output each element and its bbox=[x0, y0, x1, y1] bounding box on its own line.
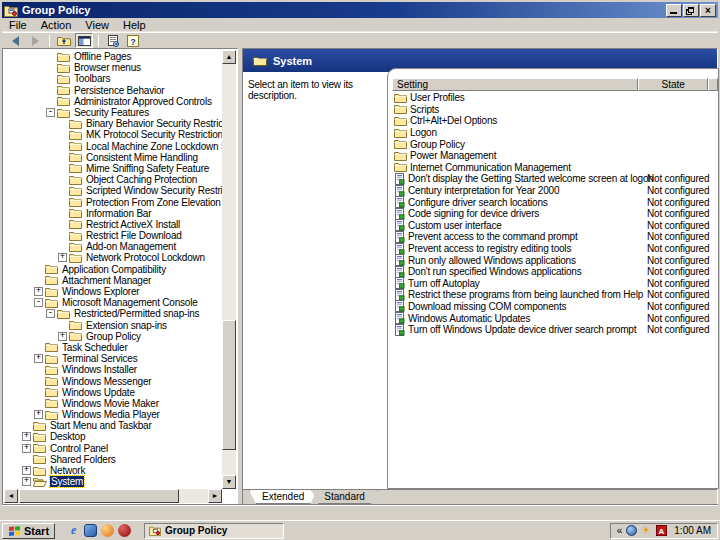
help-button[interactable]: ? bbox=[124, 33, 142, 48]
tree-item[interactable]: Start Menu and Taskbar bbox=[4, 420, 222, 431]
tree-item[interactable]: Persistence Behavior bbox=[4, 85, 222, 96]
expand-toggle-icon[interactable]: + bbox=[58, 253, 67, 262]
column-header-setting[interactable]: Setting bbox=[392, 78, 638, 91]
tree-item[interactable]: +Windows Explorer bbox=[4, 286, 222, 297]
tree-item[interactable]: Windows Movie Maker bbox=[4, 398, 222, 409]
sun-app-icon[interactable]: ☀ bbox=[640, 525, 652, 537]
tree-item[interactable]: Local Machine Zone Lockdown Security bbox=[4, 141, 222, 152]
expand-toggle-icon[interactable]: + bbox=[34, 287, 43, 296]
browser-orange-icon[interactable] bbox=[101, 524, 114, 537]
tree-item[interactable]: +Windows Media Player bbox=[4, 409, 222, 420]
expand-toggle-icon[interactable]: + bbox=[22, 432, 31, 441]
list-item[interactable]: Code signing for device driversNot confi… bbox=[389, 208, 717, 220]
media-red-icon[interactable] bbox=[118, 524, 131, 537]
tree-item[interactable]: Object Caching Protection bbox=[4, 174, 222, 185]
clock-sync-icon[interactable] bbox=[625, 525, 637, 537]
expand-toggle-icon[interactable]: + bbox=[34, 354, 43, 363]
expand-toggle-icon[interactable]: + bbox=[22, 444, 31, 453]
list-item[interactable]: Group Policy bbox=[389, 138, 717, 150]
back-button[interactable] bbox=[6, 33, 24, 48]
list-item[interactable]: Custom user interfaceNot configured bbox=[389, 220, 717, 232]
list-item[interactable]: Prevent access to registry editing tools… bbox=[389, 243, 717, 255]
tree-item[interactable]: Windows Messenger bbox=[4, 375, 222, 386]
tree-vertical-scrollbar[interactable]: ▲ ▼ bbox=[222, 50, 236, 489]
expand-toggle-icon[interactable]: + bbox=[22, 477, 31, 486]
list-item[interactable]: Don't display the Getting Started welcom… bbox=[389, 173, 717, 185]
list-item[interactable]: Century interpretation for Year 2000Not … bbox=[389, 185, 717, 197]
tree-item[interactable]: Attachment Manager bbox=[4, 275, 222, 286]
start-button[interactable]: Start bbox=[2, 523, 55, 539]
antivirus-icon[interactable]: A bbox=[655, 525, 667, 537]
expand-toggle-icon[interactable]: + bbox=[34, 410, 43, 419]
expand-toggle-icon[interactable]: + bbox=[58, 332, 67, 341]
tree-item[interactable]: +System bbox=[4, 476, 222, 487]
tree-item[interactable]: Binary Behavior Security Restriction bbox=[4, 118, 222, 129]
tree-item[interactable]: -Security Features bbox=[4, 107, 222, 118]
tree-item[interactable]: Information Bar bbox=[4, 208, 222, 219]
tree-item[interactable]: -Microsoft Management Console bbox=[4, 297, 222, 308]
tree-item[interactable]: +Network bbox=[4, 465, 222, 476]
scroll-right-arrow[interactable]: ► bbox=[208, 489, 222, 503]
list-item[interactable]: Internet Communication Management bbox=[389, 162, 717, 174]
restore-button[interactable] bbox=[683, 4, 699, 17]
list-item[interactable]: Logon bbox=[389, 127, 717, 139]
tree-item[interactable]: Consistent Mime Handling bbox=[4, 152, 222, 163]
tree-item[interactable]: +Group Policy bbox=[4, 331, 222, 342]
tab-standard[interactable]: Standard bbox=[311, 490, 378, 504]
tree-item[interactable]: Mime Sniffing Safety Feature bbox=[4, 163, 222, 174]
tree-item[interactable]: Scripted Window Security Restrictions bbox=[4, 185, 222, 196]
tree-item[interactable]: +Desktop bbox=[4, 431, 222, 442]
tree-item[interactable]: Offline Pages bbox=[4, 51, 222, 62]
tree-item[interactable]: Application Compatibility bbox=[4, 264, 222, 275]
tree-item[interactable]: +Network Protocol Lockdown bbox=[4, 252, 222, 263]
list-item[interactable]: Windows Automatic UpdatesNot configured bbox=[389, 312, 717, 324]
list-item[interactable]: Power Management bbox=[389, 150, 717, 162]
tree-item[interactable]: Restrict ActiveX Install bbox=[4, 219, 222, 230]
list-item[interactable]: User Profiles bbox=[389, 92, 717, 104]
up-one-level-button[interactable] bbox=[55, 33, 73, 48]
scroll-up-arrow[interactable]: ▲ bbox=[222, 50, 236, 64]
list-item[interactable]: Run only allowed Windows applicationsNot… bbox=[389, 254, 717, 266]
forward-button[interactable] bbox=[26, 33, 44, 48]
list-item[interactable]: Configure driver search locationsNot con… bbox=[389, 196, 717, 208]
tree-item[interactable]: Windows Update bbox=[4, 387, 222, 398]
tree-horizontal-scrollbar[interactable]: ◄ ► bbox=[4, 489, 222, 503]
tree-item[interactable]: -Restricted/Permitted snap-ins bbox=[4, 308, 222, 319]
scroll-down-arrow[interactable]: ▼ bbox=[222, 475, 236, 489]
list-item[interactable]: Download missing COM componentsNot confi… bbox=[389, 301, 717, 313]
mail-app-icon[interactable] bbox=[84, 524, 97, 537]
expand-toggle-icon[interactable]: + bbox=[22, 466, 31, 475]
collapse-toggle-icon[interactable]: - bbox=[46, 108, 55, 117]
tree-item[interactable]: Restrict File Download bbox=[4, 230, 222, 241]
internet-explorer-icon[interactable]: e bbox=[67, 524, 80, 537]
list-item[interactable]: Don't run specified Windows applications… bbox=[389, 266, 717, 278]
scroll-left-arrow[interactable]: ◄ bbox=[4, 489, 18, 503]
taskbar-task-group-policy[interactable]: Group Policy bbox=[144, 523, 284, 539]
show-console-tree-button[interactable] bbox=[75, 33, 93, 48]
tree-item[interactable]: Extension snap-ins bbox=[4, 320, 222, 331]
list-item[interactable]: Restrict these programs from being launc… bbox=[389, 289, 717, 301]
tree-item[interactable]: Browser menus bbox=[4, 62, 222, 73]
horizontal-scroll-thumb[interactable] bbox=[19, 489, 179, 503]
list-item[interactable]: Turn off Windows Update device driver se… bbox=[389, 324, 717, 336]
tree-item[interactable]: Windows Installer bbox=[4, 364, 222, 375]
collapse-toggle-icon[interactable]: - bbox=[34, 298, 43, 307]
collapse-toggle-icon[interactable]: - bbox=[46, 309, 55, 318]
list-item[interactable]: Ctrl+Alt+Del Options bbox=[389, 115, 717, 127]
tree-item[interactable]: Administrator Approved Controls bbox=[4, 96, 222, 107]
vertical-scroll-thumb[interactable] bbox=[222, 320, 236, 450]
list-item[interactable]: Turn off AutoplayNot configured bbox=[389, 278, 717, 290]
column-header-state[interactable]: State bbox=[638, 78, 708, 91]
close-button[interactable]: × bbox=[700, 4, 716, 17]
list-item[interactable]: Prevent access to the command promptNot … bbox=[389, 231, 717, 243]
export-list-button[interactable] bbox=[104, 33, 122, 48]
tree-item[interactable]: Add-on Management bbox=[4, 241, 222, 252]
tree-item[interactable]: Task Scheduler bbox=[4, 342, 222, 353]
tree-item[interactable]: +Control Panel bbox=[4, 443, 222, 454]
menu-help[interactable]: Help bbox=[116, 18, 153, 32]
tree-item[interactable]: Protection From Zone Elevation bbox=[4, 196, 222, 207]
minimize-button[interactable] bbox=[666, 4, 682, 17]
menu-file[interactable]: File bbox=[2, 18, 34, 32]
list-item[interactable]: Scripts bbox=[389, 104, 717, 116]
tree-item[interactable]: MK Protocol Security Restriction bbox=[4, 129, 222, 140]
